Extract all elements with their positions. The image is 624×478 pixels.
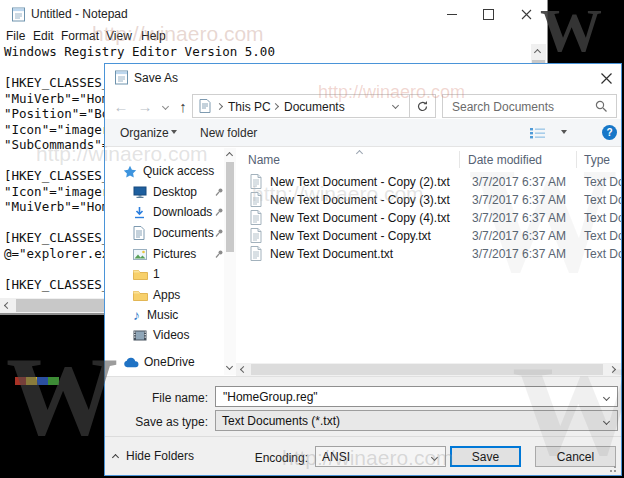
cancel-button-label: Cancel — [557, 450, 594, 464]
refresh-icon — [416, 100, 429, 113]
sidebar-item-desktop[interactable]: Desktop — [133, 183, 197, 201]
column-separator[interactable] — [576, 151, 577, 168]
notepad-minimize-button[interactable] — [435, 0, 469, 28]
column-header-type[interactable]: Type — [584, 153, 610, 167]
file-type: Text Document — [584, 229, 622, 243]
encoding-combobox[interactable]: ANSI — [315, 446, 446, 467]
menu-view[interactable]: View — [106, 29, 132, 43]
text-file-icon — [250, 246, 262, 261]
chevron-down-icon — [161, 102, 168, 109]
onedrive-cloud-icon — [123, 357, 140, 368]
view-dropdown-icon[interactable] — [561, 130, 567, 134]
watermark-w: W — [540, 6, 602, 56]
menu-format[interactable]: Format — [61, 29, 99, 43]
notepad-window-title: Untitled - Notepad — [31, 7, 128, 21]
dialog-bottom-panel: File name: Save as type: Text Documents … — [105, 376, 621, 475]
pin-icon — [214, 207, 224, 217]
scroll-left-icon[interactable] — [240, 366, 247, 373]
menu-help[interactable]: Help — [141, 29, 166, 43]
sidebar-item-music[interactable]: ♪ Music — [133, 306, 178, 324]
sidebar-item-1[interactable]: 1 — [133, 265, 160, 283]
recent-locations-button[interactable] — [158, 95, 172, 117]
new-folder-button[interactable]: New folder — [200, 126, 257, 140]
pictures-icon — [133, 249, 147, 260]
sidebar-item-apps[interactable]: Apps — [133, 286, 180, 304]
scroll-thumb[interactable] — [226, 162, 234, 252]
sidebar-item-quick-access[interactable]: Quick access — [123, 162, 214, 180]
organize-button[interactable]: Organize — [120, 126, 169, 140]
breadcrumb-documents[interactable]: Documents — [284, 100, 345, 114]
address-bar[interactable]: This PC Documents — [192, 94, 410, 118]
filelist-hscrollbar[interactable] — [236, 363, 621, 376]
sidebar-item-pictures[interactable]: Pictures — [133, 245, 196, 263]
sidebar-item-downloads[interactable]: Downloads — [133, 203, 212, 221]
desktop: Untitled - Notepad File Edit Format View… — [0, 0, 624, 478]
organize-dropdown-icon[interactable] — [171, 130, 177, 134]
help-icon[interactable]: ? — [602, 125, 617, 140]
save-button[interactable]: Save — [450, 446, 521, 467]
notepad-icon — [114, 70, 129, 85]
file-name-combobox[interactable] — [215, 386, 618, 407]
menu-file[interactable]: File — [6, 29, 25, 43]
refresh-button[interactable] — [409, 94, 436, 118]
cancel-button[interactable]: Cancel — [535, 446, 616, 467]
up-button[interactable]: ↑ — [173, 95, 193, 117]
file-name-input[interactable] — [221, 388, 605, 406]
sidebar-item-onedrive[interactable]: OneDrive — [123, 353, 195, 371]
encoding-label: Encoding: — [205, 451, 308, 465]
column-header-date-modified[interactable]: Date modified — [468, 153, 542, 167]
breadcrumb-this-pc[interactable]: This PC — [228, 100, 271, 114]
hide-folders-button[interactable]: Hide Folders — [113, 446, 194, 466]
file-name-label: File name: — [105, 391, 208, 405]
scroll-right-icon[interactable] — [609, 366, 616, 373]
sidebar-item-documents[interactable]: Documents — [133, 224, 214, 242]
sidebar-scrollbar[interactable] — [224, 148, 236, 375]
back-button[interactable]: ← — [111, 95, 131, 117]
desktop-monitor-icon — [133, 186, 147, 199]
text-line: Windows Registry Editor Version 5.00 — [0, 44, 530, 60]
scroll-up-icon[interactable] — [226, 152, 233, 159]
forward-button[interactable]: → — [135, 95, 155, 117]
music-note-icon: ♪ — [133, 308, 140, 322]
notepad-titlebar[interactable]: Untitled - Notepad — [0, 0, 547, 28]
save-as-type-combobox[interactable]: Text Documents (*.txt) — [215, 410, 618, 431]
sort-ascending-icon — [356, 150, 363, 157]
sidebar-item-label: Pictures — [153, 247, 196, 261]
menu-edit[interactable]: Edit — [33, 29, 54, 43]
sidebar-item-videos[interactable]: Videos — [133, 326, 189, 344]
view-details-icon[interactable] — [530, 127, 546, 139]
notepad-maximize-button[interactable] — [471, 0, 505, 28]
sidebar-item-label: Videos — [153, 328, 189, 342]
dialog-close-button[interactable] — [593, 67, 619, 89]
location-document-icon — [199, 99, 211, 113]
breadcrumb-chevron-icon — [216, 103, 223, 110]
scroll-up-icon[interactable] — [534, 49, 541, 56]
downloads-arrow-icon — [133, 206, 146, 219]
breadcrumb-chevron-icon — [272, 103, 279, 110]
file-date: 3/7/2017 6:37 AM — [472, 193, 566, 207]
search-box[interactable] — [442, 94, 617, 118]
search-icon — [595, 100, 608, 113]
scroll-down-icon[interactable] — [226, 363, 233, 370]
pin-icon — [214, 249, 224, 259]
pin-icon — [214, 187, 224, 197]
file-type: Text Document — [584, 175, 622, 189]
file-type: Text Document — [584, 247, 622, 261]
sidebar-item-label: Apps — [153, 288, 180, 302]
file-date: 3/7/2017 6:37 AM — [472, 247, 566, 261]
column-header-name[interactable]: Name — [248, 153, 280, 167]
film-icon — [133, 330, 147, 341]
scroll-thumb[interactable] — [251, 364, 603, 375]
divider — [105, 436, 621, 437]
text-file-icon — [250, 192, 262, 207]
file-date: 3/7/2017 6:37 AM — [472, 229, 566, 243]
column-separator[interactable] — [459, 151, 460, 168]
chevron-up-icon — [112, 454, 119, 461]
search-input[interactable] — [450, 97, 594, 116]
dialog-titlebar[interactable]: Save As — [105, 64, 621, 91]
notepad-close-button[interactable] — [509, 0, 543, 28]
scroll-left-icon[interactable] — [4, 302, 11, 309]
command-toolbar: Organize New folder ? — [105, 119, 621, 147]
address-dropdown-icon[interactable] — [392, 102, 399, 109]
file-name: New Text Document - Copy (2).txt — [270, 175, 450, 189]
